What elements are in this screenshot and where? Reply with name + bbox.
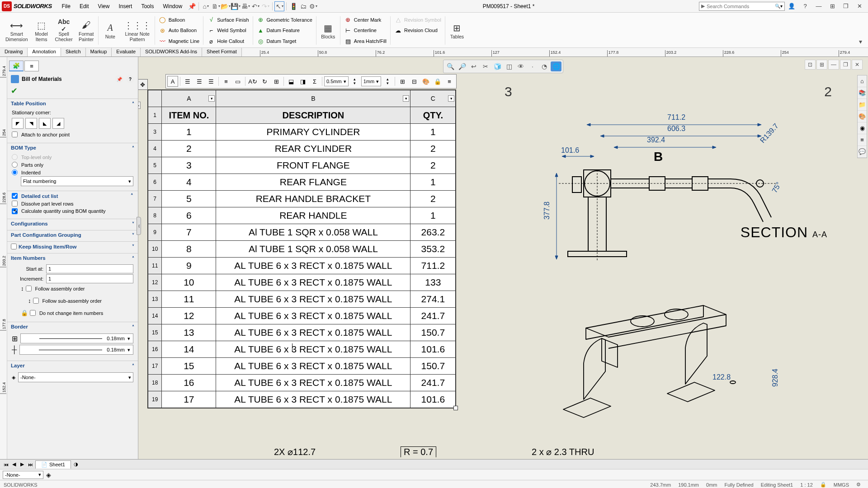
minimize-icon[interactable]: — xyxy=(812,1,826,11)
border-inner-select[interactable]: 0.18mm▾ xyxy=(19,345,133,355)
search-dropdown-icon[interactable]: 🔍▾ xyxy=(775,4,783,9)
bom-cell[interactable]: Al TUBE 1 SQR x 0.058 WALL xyxy=(216,224,410,241)
weld-symbol-button[interactable]: ⌐Weld Symbol xyxy=(205,25,250,35)
canvas-maximize-icon[interactable]: ❐ xyxy=(840,60,851,70)
bom-cell[interactable]: REAR FLANGE xyxy=(216,174,410,191)
row-header[interactable]: 10 xyxy=(148,241,162,258)
panel-collapse-handle[interactable]: ⟨ xyxy=(137,217,141,235)
bom-table[interactable]: ✥ ▸ A▾B▾C▾1ITEM NO.DESCRIPTIONQTY.31PRIM… xyxy=(147,89,456,408)
merge-button[interactable]: ▭ xyxy=(232,76,243,87)
follow-subassembly-checkbox[interactable]: ↕Follow sub-assembly order xyxy=(12,296,133,305)
scene-icon[interactable]: · xyxy=(527,61,538,71)
table-row[interactable]: 1210AL TUBE 6 x 3 RECT x 0.1875 WALL133 xyxy=(148,274,456,291)
insert-row-button[interactable]: ⬓ xyxy=(286,76,297,87)
close-icon[interactable]: ✕ xyxy=(853,1,866,11)
font-button[interactable]: A xyxy=(167,76,178,87)
grid2-button[interactable]: ⊟ xyxy=(409,76,420,87)
table-row[interactable]: 1614AL TUBE 6 x 3 RECT x 0.1875 WALL101.… xyxy=(148,341,456,358)
pm-pin-icon[interactable]: 📌 xyxy=(115,75,123,83)
bom-parts-only-radio[interactable]: Parts only xyxy=(12,161,133,169)
table-resize-handle[interactable] xyxy=(453,406,458,410)
zoom-area-icon[interactable]: 🔎 xyxy=(457,61,467,71)
row-header[interactable]: 5 xyxy=(148,157,162,174)
table-row[interactable]: 1311AL TUBE 6 x 3 RECT x 0.1875 WALL274.… xyxy=(148,291,456,308)
bom-cell[interactable]: AL TUBE 6 x 3 RECT x 0.1875 WALL xyxy=(216,308,410,324)
row-header[interactable]: 16 xyxy=(148,341,162,358)
save-icon[interactable]: 💾▾ xyxy=(231,1,241,11)
pin-icon[interactable]: 📌 xyxy=(187,1,197,11)
bom-cell[interactable]: 12 xyxy=(162,308,216,324)
detailed-cut-list-checkbox[interactable]: Detailed cut list˄ xyxy=(12,192,133,200)
sheet-nav-first[interactable]: ⏮ xyxy=(2,460,10,469)
status-gear-icon[interactable]: ⚙ xyxy=(856,482,861,488)
view-globe-icon[interactable]: 🌐 xyxy=(551,61,561,71)
bom-cell[interactable]: 13 xyxy=(162,324,216,341)
options-icon[interactable]: 🗂 xyxy=(298,1,308,11)
bom-cell[interactable]: 101.6 xyxy=(410,391,456,408)
help-icon[interactable]: ? xyxy=(798,1,812,11)
bom-cell[interactable]: AL TUBE 6 x 3 RECT x 0.1875 WALL xyxy=(216,358,410,375)
row-header[interactable]: 9 xyxy=(148,224,162,241)
table-row[interactable]: 119AL TUBE 6 x 3 RECT x 0.1875 WALL711.2 xyxy=(148,258,456,274)
display-style-icon[interactable]: ◫ xyxy=(504,61,514,71)
auto-balloon-button[interactable]: ⊛Auto Balloon xyxy=(157,25,202,35)
table-row[interactable]: 97Al TUBE 1 SQR x 0.058 WALL263.2 xyxy=(148,224,456,241)
datum-feature-button[interactable]: ▲Datum Feature xyxy=(255,25,314,35)
table-row[interactable]: 31PRIMARY CYLINDER1 xyxy=(148,124,456,141)
align-left-button[interactable]: ☰ xyxy=(182,76,193,87)
border-outer-select[interactable]: 0.18mm▾ xyxy=(20,333,133,343)
search-input[interactable] xyxy=(707,4,775,9)
row-header[interactable]: 17 xyxy=(148,358,162,375)
format-painter-button[interactable]: 🖌FormatPainter xyxy=(75,14,97,47)
spell-checker-button[interactable]: Abc✓SpellChecker xyxy=(52,14,75,47)
corner-tr-button[interactable]: ◥ xyxy=(25,118,37,129)
col-dropdown-icon[interactable]: ▾ xyxy=(403,95,409,102)
col-header-A[interactable]: A▾ xyxy=(162,90,216,107)
bom-indented-radio[interactable]: Indented xyxy=(12,169,133,176)
insert-col-button[interactable]: ◨ xyxy=(297,76,308,87)
layer-manager-icon[interactable]: ◈ xyxy=(46,471,51,479)
pm-ok-button[interactable]: ✔ xyxy=(7,85,138,97)
note-button[interactable]: ANote xyxy=(99,14,121,47)
bom-cell[interactable]: AL TUBE 6 x 3 RECT x 0.1875 WALL xyxy=(216,258,410,274)
corner-bl-button[interactable]: ◣ xyxy=(39,118,51,129)
task-explorer-icon[interactable]: 📁 xyxy=(858,99,867,111)
tables-button[interactable]: ⊞Tables xyxy=(446,14,468,47)
row-header[interactable]: 1 xyxy=(148,107,162,124)
row-header[interactable]: 15 xyxy=(148,324,162,341)
sheet-nav-last[interactable]: ⏭ xyxy=(26,460,34,469)
gtol-button[interactable]: ⊕Geometric Tolerance xyxy=(255,15,314,25)
select-icon[interactable]: ↖▾ xyxy=(274,1,284,11)
hide-show-icon[interactable]: 👁 xyxy=(515,61,526,71)
text-dir-button[interactable]: A↻ xyxy=(247,76,258,87)
drawing-canvas[interactable]: 🔍 🔎 ↩ ✂ 🧊 ◫ 👁 · ◔ 🌐 ⊡ ⊞ — ❐ ✕ A ☰ ☰ ☰ ≡ xyxy=(138,57,868,459)
bom-cell[interactable]: REAR HANDLE BRACKET xyxy=(216,191,410,207)
row-header[interactable]: 8 xyxy=(148,207,162,224)
table-row[interactable]: 53FRONT FLANGE2 xyxy=(148,157,456,174)
bom-cell[interactable]: AL TUBE 6 x 3 RECT x 0.1875 WALL xyxy=(216,324,410,341)
col-header-B[interactable]: B▾ xyxy=(216,90,410,107)
canvas-layout1-icon[interactable]: ⊡ xyxy=(805,60,816,70)
col-dropdown-icon[interactable]: ▾ xyxy=(208,95,215,102)
bom-cell[interactable]: AL TUBE 6 x 3 RECT x 0.1875 WALL xyxy=(216,291,410,308)
spinner2[interactable]: ▴▾ xyxy=(382,76,393,87)
bom-cell[interactable]: 5 xyxy=(162,191,216,207)
section-table-position[interactable]: Table Position˄ xyxy=(7,99,138,108)
table-row[interactable]: 1917AL TUBE 6 x 3 RECT x 0.1875 WALL101.… xyxy=(148,391,456,408)
pm-help-icon[interactable]: ? xyxy=(126,75,134,83)
section-border[interactable]: Border˄ xyxy=(7,322,138,331)
bom-cell[interactable]: REAR HANDLE xyxy=(216,207,410,224)
corner-tl-button[interactable]: ◤ xyxy=(12,118,24,129)
row-header[interactable]: 14 xyxy=(148,308,162,324)
sheet-add-icon[interactable]: ◑ xyxy=(72,460,80,469)
row-header[interactable]: 7 xyxy=(148,191,162,207)
bom-cell[interactable]: AL TUBE 6 x 3 RECT x 0.1875 WALL xyxy=(216,274,410,291)
menu-insert[interactable]: Insert xyxy=(114,3,137,9)
bom-cell[interactable]: 8 xyxy=(162,241,216,258)
attach-anchor-checkbox[interactable]: Attach to anchor point xyxy=(12,131,133,138)
task-library-icon[interactable]: 📚 xyxy=(858,87,867,99)
valign-button[interactable]: ≡ xyxy=(221,76,231,87)
thickness2-select[interactable]: 1mm▾ xyxy=(361,76,381,86)
color-button[interactable]: 🎨 xyxy=(420,76,431,87)
dissolve-rows-checkbox[interactable]: Dissolve part level rows xyxy=(12,200,133,207)
